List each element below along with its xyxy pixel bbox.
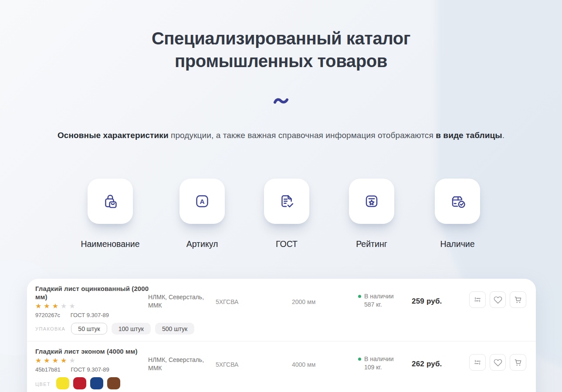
feature-gost: ГОСТ	[264, 179, 309, 253]
product-brands: НЛМК, Северсталь, ММК	[148, 347, 209, 372]
compare-button[interactable]	[469, 291, 486, 308]
compare-icon	[473, 295, 482, 304]
star-filled-icon: ★	[52, 303, 58, 309]
subtitle-text-1: продукции, а также важная справочная инф…	[169, 131, 436, 140]
product-grade: 5ХГСВА	[216, 284, 292, 305]
product-stock: В наличии 109 кг.	[358, 347, 412, 372]
feature-artikul: A Артикул	[179, 179, 225, 253]
heart-icon	[494, 295, 502, 304]
svg-text:A: A	[200, 198, 204, 205]
stock-status: В наличии	[364, 355, 394, 363]
packaging-chip[interactable]: 500 штук	[155, 323, 194, 335]
color-swatches	[56, 377, 124, 391]
star-empty-icon: ★	[69, 357, 75, 364]
product-gost: ГОСТ 9.307-89	[71, 312, 109, 318]
feature-card	[435, 179, 480, 224]
subtitle-bold-1: Основные характеристики	[58, 131, 169, 140]
feature-nalichie: Наличие	[435, 179, 480, 253]
feature-card	[264, 179, 309, 224]
feature-label: Артикул	[186, 239, 218, 249]
products-table: Гладкий лист оцинкованный (2000 мм) ★★★★…	[27, 279, 536, 392]
page-title-line2: промышленных товаров	[0, 50, 562, 72]
feature-card	[349, 179, 394, 224]
product-main-cell: Гладкий лист эконом (4000 мм) ★★★★★ 45b1…	[35, 347, 148, 373]
product-meta: 45b17b81 ГОСТ 9.307-89	[35, 366, 148, 373]
document-check-icon	[277, 191, 297, 211]
color-row: ЦВЕТ	[35, 377, 526, 391]
product-row: Гладкий лист оцинкованный (2000 мм) ★★★★…	[27, 279, 536, 341]
feature-rating: Рейтинг	[349, 179, 394, 253]
star-filled-icon: ★	[52, 357, 58, 364]
stock-dot	[358, 295, 361, 298]
stock-text: В наличии 587 кг.	[364, 292, 394, 309]
packaging-chip[interactable]: 100 штук	[112, 323, 151, 335]
product-row: Гладкий лист эконом (4000 мм) ★★★★★ 45b1…	[27, 341, 536, 392]
product-price: 262 руб.	[412, 347, 469, 368]
compare-icon	[473, 358, 482, 367]
product-actions	[469, 347, 526, 371]
packaging-label: УПАКОВКА	[35, 326, 65, 331]
product-grade: 5ХГСВА	[216, 347, 292, 368]
star-empty-icon: ★	[69, 303, 75, 309]
product-stock: В наличии 587 кг.	[358, 284, 412, 309]
star-filled-icon: ★	[61, 357, 67, 364]
product-name: Гладкий лист оцинкованный (2000 мм)	[35, 284, 149, 301]
color-swatch[interactable]	[90, 377, 103, 389]
star-box-icon	[362, 191, 382, 211]
feature-label: Рейтинг	[356, 239, 387, 249]
product-main-cell: Гладкий лист оцинкованный (2000 мм) ★★★★…	[35, 284, 148, 318]
color-label: ЦВЕТ	[35, 382, 51, 387]
compare-button[interactable]	[469, 354, 486, 371]
product-meta: 9720267c ГОСТ 9.307-89	[35, 312, 148, 318]
cart-icon	[514, 295, 522, 304]
star-filled-icon: ★	[35, 357, 41, 364]
star-filled-icon: ★	[35, 303, 41, 309]
feature-label: Наименование	[81, 239, 139, 249]
product-size: 2000 мм	[292, 284, 358, 305]
letter-a-icon: A	[192, 191, 212, 211]
stock-amount: 587 кг.	[364, 301, 394, 309]
star-filled-icon: ★	[44, 357, 50, 364]
subtitle-text-2: .	[502, 131, 504, 140]
stock-dot	[358, 358, 361, 361]
favorite-button[interactable]	[490, 291, 506, 308]
feature-label: ГОСТ	[276, 239, 298, 249]
bag-icon	[100, 191, 120, 211]
product-size: 4000 мм	[292, 347, 358, 368]
feature-naimenovanie: Наименование	[88, 179, 133, 253]
color-swatch[interactable]	[73, 377, 86, 389]
feature-card: A	[179, 179, 225, 224]
product-article: 45b17b81	[35, 366, 61, 373]
rating-stars: ★★★★★	[35, 357, 148, 364]
product-name: Гладкий лист эконом (4000 мм)	[35, 347, 149, 355]
product-actions	[469, 284, 526, 308]
product-article: 9720267c	[35, 312, 60, 318]
rating-stars: ★★★★★	[35, 303, 148, 309]
product-price: 259 руб.	[412, 284, 469, 306]
stock-status: В наличии	[364, 292, 394, 301]
packaging-chip[interactable]: 50 штук	[71, 323, 107, 335]
color-swatch[interactable]	[56, 377, 69, 389]
product-gost: ГОСТ 9.307-89	[71, 366, 109, 373]
wave-icon	[273, 97, 289, 105]
stock-amount: 109 кг.	[364, 363, 394, 372]
page-title: Специализированный каталог промышленных …	[0, 27, 562, 72]
stock-text: В наличии 109 кг.	[364, 355, 394, 372]
subtitle-bold-2: в виде таблицы	[436, 131, 502, 140]
feature-card	[88, 179, 133, 224]
box-check-icon	[447, 191, 467, 211]
star-empty-icon: ★	[61, 303, 67, 309]
product-brands: НЛМК, Северсталь, ММК	[148, 284, 209, 310]
star-filled-icon: ★	[44, 303, 50, 309]
color-swatch[interactable]	[107, 377, 120, 389]
add-to-cart-button[interactable]	[510, 354, 526, 371]
page-subtitle: Основные характеристики продукции, а так…	[0, 131, 562, 140]
packaging-chips: 50 штук100 штук500 штук	[71, 323, 199, 335]
feature-label: Наличие	[440, 239, 474, 249]
packaging-row: УПАКОВКА 50 штук100 штук500 штук	[35, 323, 526, 335]
tilde-decoration	[0, 97, 562, 105]
favorite-button[interactable]	[490, 354, 506, 371]
add-to-cart-button[interactable]	[510, 291, 526, 308]
heart-icon	[494, 358, 502, 367]
cart-icon	[514, 358, 522, 367]
